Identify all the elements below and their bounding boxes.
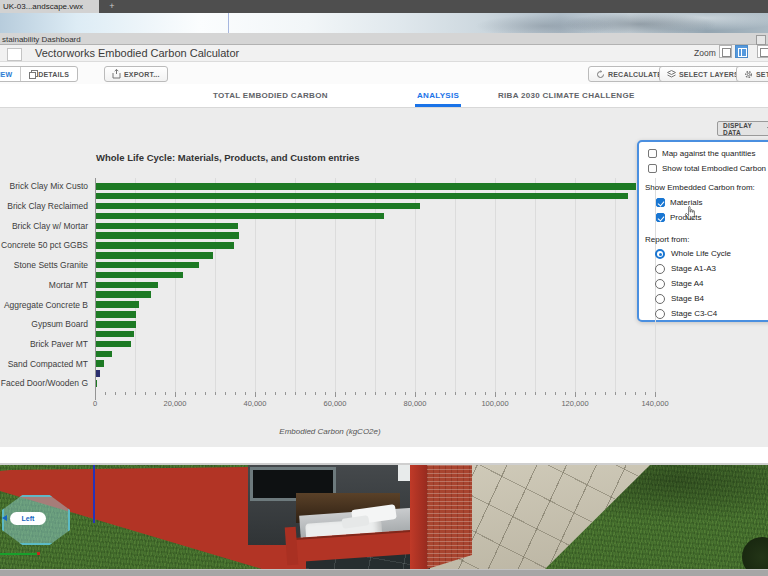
view-tabs-row — [0, 84, 768, 108]
gridline — [495, 178, 496, 392]
x-axis-tick — [125, 392, 126, 395]
bar — [96, 380, 97, 387]
x-tick-label: 80,000 — [390, 399, 440, 408]
x-tick-label: 20,000 — [150, 399, 200, 408]
new-tab-button[interactable]: + — [104, 0, 120, 13]
x-axis-tick — [235, 392, 236, 395]
checkbox-map-against-the-quantities[interactable] — [648, 149, 657, 158]
x-axis-tick — [525, 392, 526, 395]
bar — [96, 223, 238, 230]
gridline — [575, 178, 576, 392]
tab-riba-2030-climate-challenge[interactable]: RIBA 2030 CLIMATE CHALLENGE — [498, 91, 635, 100]
x-axis-tick — [275, 392, 276, 395]
x-axis-tick — [225, 392, 226, 395]
bar — [96, 301, 139, 308]
palette-collapse-button[interactable] — [756, 35, 766, 45]
radio-label: Stage B4 — [671, 294, 704, 303]
radio-stage-c3-c4[interactable] — [655, 309, 665, 319]
3d-render-viewport[interactable]: Left — [0, 465, 768, 569]
fit-icon — [738, 48, 747, 57]
details-button[interactable]: DETAILS — [21, 67, 77, 81]
bar — [96, 351, 112, 358]
tab-analysis[interactable]: ANALYSIS — [417, 91, 459, 100]
radio-stage-a1-a3[interactable] — [655, 264, 665, 274]
radio-whole-life-cycle[interactable] — [655, 249, 665, 259]
dashboard-icon — [7, 48, 22, 61]
x-axis-tick — [305, 392, 306, 395]
x-tick-label: 60,000 — [310, 399, 360, 408]
radio-stage-a4[interactable] — [655, 279, 665, 289]
zoom-page-width-button[interactable] — [719, 45, 732, 58]
category-label: Mortar MT — [49, 280, 88, 290]
checkbox-show-total-embodied-carbon[interactable] — [648, 164, 657, 173]
settings-button[interactable]: SETTINGS — [736, 66, 768, 82]
recalculate-icon — [596, 70, 605, 79]
view-mode-segment: OVERVIEW DETAILS — [0, 66, 78, 82]
bar — [96, 311, 136, 318]
x-axis-tick — [375, 392, 376, 395]
checkbox-materials[interactable] — [656, 198, 665, 207]
x-axis-tick — [315, 392, 316, 395]
bottom-status-strip — [0, 569, 768, 576]
x-tick-label: 140,000 — [630, 399, 680, 408]
x-axis-tick — [475, 392, 476, 395]
report-from-heading: Report from: — [645, 235, 689, 244]
gridline — [375, 178, 376, 392]
x-axis-tick — [415, 392, 416, 397]
bar — [96, 331, 134, 338]
x-axis-tick — [285, 392, 286, 395]
gridline — [335, 178, 336, 392]
bar — [96, 193, 628, 200]
category-label: Stone Setts Granite — [14, 260, 88, 270]
category-label: Aggregate Concrete B — [4, 300, 88, 310]
category-label: Brick Clay Mix Custo — [10, 181, 88, 191]
checkbox-label: Map against the quantities — [662, 149, 755, 158]
x-axis-tick — [515, 392, 516, 395]
gridline — [175, 178, 176, 392]
chart-title: Whole Life Cycle: Materials, Products, a… — [96, 152, 359, 163]
display-data-button[interactable]: DISPLAY DATA — [717, 121, 768, 136]
x-axis-tick — [215, 392, 216, 395]
gridline — [255, 178, 256, 392]
x-axis-tick — [465, 392, 466, 395]
export-icon — [112, 69, 121, 79]
tab-total-embodied-carbon[interactable]: TOTAL EMBODIED CARBON — [213, 91, 328, 100]
x-axis-tick — [445, 392, 446, 395]
x-axis-tick — [555, 392, 556, 395]
recalculate-button[interactable]: RECALCULATE — [588, 66, 670, 82]
overview-button[interactable]: OVERVIEW — [0, 67, 21, 81]
bar — [96, 370, 100, 377]
x-axis-tick — [545, 392, 546, 395]
ground-plane-axis — [0, 553, 37, 555]
x-axis-tick — [405, 392, 406, 395]
x-axis-tick — [365, 392, 366, 395]
category-label: Sand Compacted MT — [8, 359, 88, 369]
bar — [96, 232, 239, 239]
gear-icon — [744, 70, 753, 79]
browser-tab[interactable]: UK-03...andscape.vwx — [0, 0, 99, 13]
zoom-extra-button[interactable] — [757, 45, 768, 58]
browser-tab-bar: UK-03...andscape.vwx + — [0, 0, 768, 13]
x-axis-tick — [105, 392, 106, 395]
bar — [96, 213, 384, 220]
zoom-label: Zoom — [694, 48, 716, 58]
gridline — [415, 178, 416, 392]
x-axis-tick — [385, 392, 386, 395]
zoom-fit-button[interactable] — [735, 45, 748, 58]
section-cut-wall-vertical — [410, 465, 427, 569]
x-axis-tick — [165, 392, 166, 395]
x-axis-tick — [655, 392, 656, 397]
bar — [96, 242, 234, 249]
export-button[interactable]: EXPORT... — [104, 66, 168, 82]
window-bottom-padding — [0, 447, 768, 463]
checkbox-label: Materials — [670, 198, 702, 207]
orientation-arrow-icon — [2, 515, 7, 521]
x-axis-tick — [485, 392, 486, 395]
x-axis-tick — [195, 392, 196, 395]
x-axis-tick — [605, 392, 606, 395]
palette-titlebar[interactable] — [0, 33, 768, 45]
radio-stage-b4[interactable] — [655, 294, 665, 304]
active-tab-underline — [415, 104, 461, 107]
x-axis-tick — [505, 392, 506, 395]
checkbox-products[interactable] — [656, 213, 665, 222]
